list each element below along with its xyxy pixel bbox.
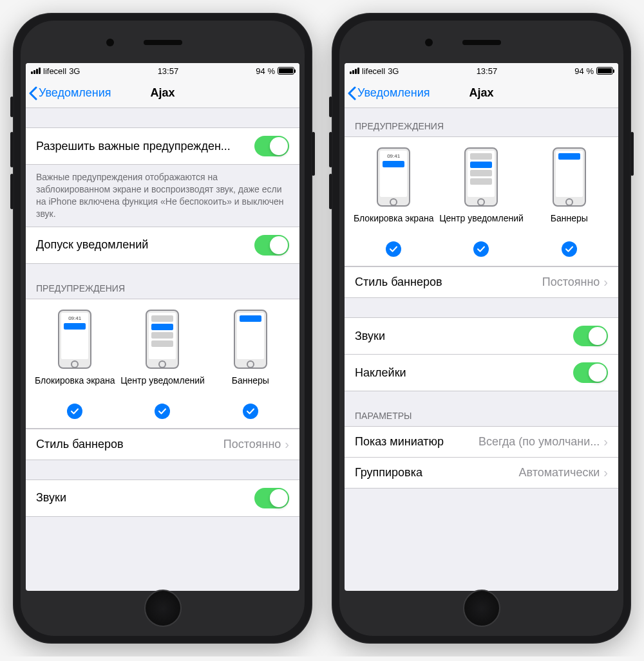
banner-style-label: Стиль баннеров [36,438,223,451]
notification-center-icon [464,147,498,207]
page-title: Ajax [150,86,175,100]
banner-style-row[interactable]: Стиль баннеров Постоянно › [26,429,299,460]
alert-lock-label: Блокировка экрана [354,213,434,235]
clock-label: 13:57 [158,66,179,76]
lock-screen-icon: 09:41 [58,310,91,369]
alert-banner-label: Баннеры [551,213,588,235]
grouping-value: Автоматически [518,466,600,479]
grouping-label: Группировка [355,466,518,479]
chevron-left-icon [347,86,356,100]
back-button[interactable]: Уведомления [26,86,111,100]
home-button[interactable] [463,590,500,627]
sounds-row[interactable]: Звуки [345,317,618,355]
chevron-right-icon: › [285,437,289,452]
alert-types-group: 09:41 Блокировка экрана Центр уведомлени… [345,136,618,266]
critical-alerts-row[interactable]: Разрешить важные предупрежден... [26,127,299,165]
nav-bar: Уведомления Ajax [345,79,618,108]
signal-icon [350,68,359,74]
check-icon [67,404,82,419]
banner-style-label: Стиль баннеров [355,275,542,289]
phone-frame-right: lifecell 3G 13:57 94 % Уведомления Ajax … [332,13,631,644]
back-button[interactable]: Уведомления [345,86,430,100]
badges-label: Наклейки [355,366,573,380]
banner-style-row[interactable]: Стиль баннеров Постоянно › [345,266,618,298]
previews-label: Показ миниатюр [355,435,478,449]
sounds-toggle[interactable] [573,326,608,346]
banners-icon [234,310,267,369]
sounds-label: Звуки [36,491,254,505]
allow-notifications-toggle[interactable] [254,235,289,256]
critical-alerts-footer: Важные предупреждения отображаются на за… [26,165,299,227]
network-label: 3G [69,66,80,76]
battery-icon [596,67,613,75]
allow-notifications-row[interactable]: Допуск уведомлений [26,227,299,264]
battery-pct: 94 % [574,66,594,76]
battery-icon [278,67,294,75]
alert-center-label: Центр уведомлений [120,375,205,397]
content-scroll[interactable]: ПРЕДУПРЕЖДЕНИЯ 09:41 Блокировка экрана Ц… [345,108,618,591]
banner-style-value: Постоянно [542,275,600,289]
alert-banners[interactable]: Баннеры [526,147,613,257]
badges-toggle[interactable] [573,362,608,383]
banner-style-value: Постоянно [223,438,281,451]
sounds-toggle[interactable] [254,488,289,508]
check-icon [386,241,401,257]
check-icon [243,404,258,419]
signal-icon [31,68,41,74]
battery-pct: 94 % [256,66,275,76]
status-bar: lifecell 3G 13:57 94 % [26,63,299,79]
carrier-label: lifecell [43,66,66,76]
clock-label: 13:57 [477,66,498,76]
sounds-row[interactable]: Звуки [26,479,299,517]
alert-lock-screen[interactable]: 09:41 Блокировка экрана [350,147,437,257]
alert-lock-screen[interactable]: 09:41 Блокировка экрана [31,310,118,419]
alerts-section-header: ПРЕДУПРЕЖДЕНИЯ [26,264,299,299]
chevron-right-icon: › [603,434,608,449]
back-label: Уведомления [39,86,111,100]
grouping-row[interactable]: Группировка Автоматически › [345,458,618,489]
critical-alerts-toggle[interactable] [254,136,289,156]
alert-types-group: 09:41 Блокировка экрана Центр уведомлени… [26,299,299,429]
alert-notification-center[interactable]: Центр уведомлений [118,310,206,419]
page-title: Ajax [469,86,493,100]
critical-alerts-label: Разрешить важные предупрежден... [36,140,254,153]
back-label: Уведомления [357,86,430,100]
carrier-label: lifecell [362,66,385,76]
check-icon [155,404,170,419]
allow-notifications-label: Допуск уведомлений [36,238,254,252]
alerts-section-header: ПРЕДУПРЕЖДЕНИЯ [345,108,618,136]
previews-row[interactable]: Показ миниатюр Всегда (по умолчани... › [345,426,618,458]
chevron-right-icon: › [603,275,608,290]
content-scroll[interactable]: Разрешить важные предупрежден... Важные … [26,108,299,591]
options-section-header: ПАРАМЕТРЫ [345,391,618,426]
alert-banners[interactable]: Баннеры [207,310,294,419]
chevron-right-icon: › [603,465,608,480]
alert-lock-label: Блокировка экрана [35,375,115,397]
previews-value: Всегда (по умолчани... [478,435,600,449]
badges-row[interactable]: Наклейки [345,355,618,391]
alert-center-label: Центр уведомлений [439,213,524,235]
home-button[interactable] [144,590,182,627]
sounds-label: Звуки [355,330,573,343]
notification-center-icon [146,310,179,369]
status-bar: lifecell 3G 13:57 94 % [345,63,618,79]
alert-banner-label: Баннеры [232,375,269,397]
network-label: 3G [388,66,399,76]
lock-screen-icon: 09:41 [377,147,410,207]
nav-bar: Уведомления Ajax [26,79,299,108]
phone-frame-left: lifecell 3G 13:57 94 % Уведомления Ajax [13,13,312,644]
alert-notification-center[interactable]: Центр уведомлений [437,147,525,257]
banners-icon [553,147,586,207]
chevron-left-icon [28,86,37,100]
check-icon [562,241,577,257]
check-icon [473,241,489,257]
